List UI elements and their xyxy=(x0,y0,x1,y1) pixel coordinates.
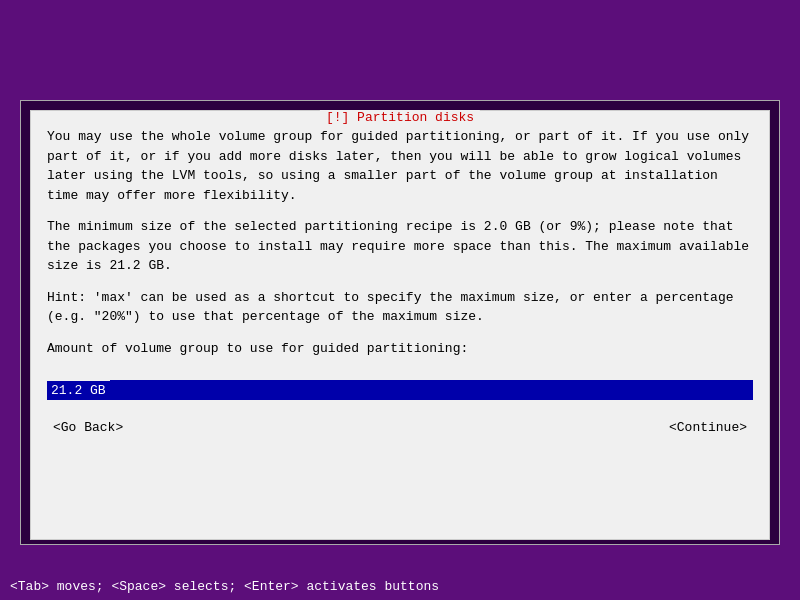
amount-label: Amount of volume group to use for guided… xyxy=(47,339,753,359)
paragraph-1: You may use the whole volume group for g… xyxy=(47,127,753,205)
go-back-button[interactable]: <Go Back> xyxy=(47,418,129,437)
input-cursor xyxy=(110,380,753,400)
partition-dialog: [!] Partition disks You may use the whol… xyxy=(30,110,770,540)
paragraph-3: Hint: 'max' can be used as a shortcut to… xyxy=(47,288,753,327)
input-row: 21.2 GB xyxy=(31,380,769,400)
status-bar: <Tab> moves; <Space> selects; <Enter> ac… xyxy=(0,572,800,600)
dialog-body: You may use the whole volume group for g… xyxy=(31,111,769,380)
volume-input[interactable]: 21.2 GB xyxy=(47,381,110,400)
dialog-title: [!] Partition disks xyxy=(320,110,480,125)
continue-button[interactable]: <Continue> xyxy=(663,418,753,437)
status-bar-text: <Tab> moves; <Space> selects; <Enter> ac… xyxy=(10,579,439,594)
buttons-row: <Go Back> <Continue> xyxy=(31,414,769,441)
paragraph-2: The minimum size of the selected partiti… xyxy=(47,217,753,276)
